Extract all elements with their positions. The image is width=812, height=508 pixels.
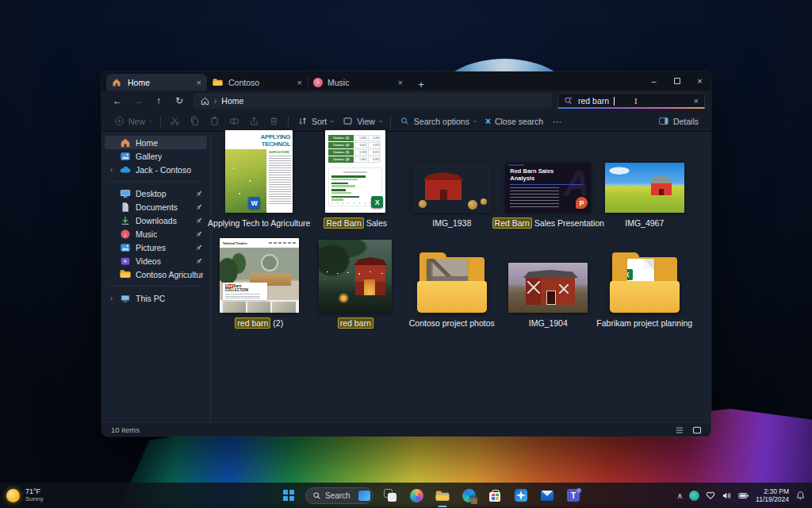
home-icon xyxy=(120,137,131,148)
tab-contoso[interactable]: Contoso × xyxy=(207,74,308,90)
sidebar-item-videos[interactable]: Videos xyxy=(105,254,207,267)
details-pane-icon xyxy=(658,116,669,126)
large-icons-view-toggle-icon[interactable] xyxy=(692,425,702,435)
volume-icon[interactable] xyxy=(722,491,732,501)
copilot-icon xyxy=(410,489,423,502)
sidebar-item-home[interactable]: Home xyxy=(105,136,207,149)
details-pane-button[interactable]: Details xyxy=(653,113,703,130)
folder-contoso-project-photos[interactable]: Contoso project photos xyxy=(404,238,500,329)
sidebar-item-gallery[interactable]: Gallery xyxy=(105,149,207,163)
taskbar-search[interactable]: Search xyxy=(305,487,373,504)
copy-button[interactable] xyxy=(185,113,205,130)
outlook-button[interactable] xyxy=(538,486,557,505)
file-img-1938[interactable]: IMG_1938 xyxy=(404,130,500,229)
file-explorer-button[interactable] xyxy=(433,486,452,505)
share-button[interactable] xyxy=(244,113,264,130)
sidebar-item-music[interactable]: ♪ Music xyxy=(105,227,207,241)
sidebar-item-downloads[interactable]: Downloads xyxy=(105,214,207,227)
sidebar-item-this-pc[interactable]: › This PC xyxy=(105,291,207,305)
maximize-button[interactable] xyxy=(665,71,688,90)
sort-button[interactable]: Sort› xyxy=(293,113,338,130)
tray-chevron-icon[interactable]: ∧ xyxy=(677,491,683,500)
copilot-button[interactable] xyxy=(407,486,426,505)
list-view-toggle-icon[interactable] xyxy=(675,425,684,435)
red-barn xyxy=(651,183,672,195)
sidebar-item-onedrive[interactable]: › Jack - Contoso xyxy=(105,163,207,176)
notification-bell-icon[interactable] xyxy=(795,491,806,501)
microsoft-365-copilot-button[interactable] xyxy=(511,486,530,505)
up-button[interactable]: ↑ xyxy=(149,95,168,106)
teams-button[interactable]: T xyxy=(564,486,583,505)
sidebar-item-contoso-agriculture-project[interactable]: Contoso Agriculture Project xyxy=(105,267,207,281)
search-options-button[interactable]: Search options› xyxy=(395,113,481,130)
tab-close-icon[interactable]: × xyxy=(398,78,403,87)
battery-icon[interactable] xyxy=(738,491,749,500)
search-input[interactable]: red barn × I xyxy=(557,93,705,109)
forward-button[interactable]: → xyxy=(128,95,147,106)
rename-button[interactable] xyxy=(224,113,244,130)
new-button[interactable]: New› xyxy=(109,113,156,130)
plus-circle-icon xyxy=(114,116,124,126)
close-button[interactable]: × xyxy=(688,71,711,90)
start-button[interactable] xyxy=(279,486,298,505)
file-red-barn-sales-presentation[interactable]: A Red Barn Sales Analysis P Red Barn Sal… xyxy=(500,130,597,229)
sun-icon xyxy=(6,489,20,502)
clear-search-icon[interactable]: × xyxy=(694,96,699,106)
breadcrumb-location[interactable]: Home xyxy=(221,96,243,106)
breadcrumb[interactable]: › Home xyxy=(193,93,552,109)
close-search-button[interactable]: × Close search xyxy=(481,113,548,130)
webpage-screenshot-thumbnail: Tailwind Traders RedBarn COLLECTION xyxy=(220,238,299,313)
sidebar-item-desktop[interactable]: Desktop xyxy=(105,187,207,200)
minimize-button[interactable]: – xyxy=(642,71,665,90)
delete-button[interactable] xyxy=(264,113,284,130)
file-img-4967[interactable]: IMG_4967 xyxy=(596,130,693,229)
file-red-barn-sales[interactable]: Contoso - Q15,5565,409 Contoso - Q23,011… xyxy=(308,130,404,229)
outlook-icon xyxy=(541,491,553,501)
search-icon xyxy=(312,491,321,500)
file-applying-tech-to-agriculture[interactable]: APPLYINGTECHNOL AGRICULTURE W Applying T… xyxy=(211,130,308,229)
sidebar-item-pictures[interactable]: Pictures xyxy=(105,241,207,254)
command-toolbar: New› Sort› View› Search options› xyxy=(102,111,711,132)
date: 11/19/2024 xyxy=(756,495,789,503)
refresh-button[interactable]: ↻ xyxy=(170,95,189,106)
window-controls: – × xyxy=(642,71,711,90)
weather-widget[interactable]: 71°F Sunny xyxy=(6,487,44,503)
file-red-barn[interactable]: red barn xyxy=(308,238,404,329)
tab-close-icon[interactable]: × xyxy=(197,78,201,87)
health-icon[interactable] xyxy=(706,491,715,500)
close-search-x-icon: × xyxy=(485,116,491,127)
new-tab-button[interactable]: + xyxy=(412,79,431,90)
share-icon xyxy=(249,116,259,126)
microsoft-store-button[interactable] xyxy=(485,486,504,505)
documents-icon xyxy=(120,202,131,213)
tab-home[interactable]: Home × xyxy=(106,74,207,90)
cut-button[interactable] xyxy=(165,113,185,130)
file-red-barn-2[interactable]: Tailwind Traders RedBarn COLLECTION xyxy=(211,238,308,329)
file-name: (2) xyxy=(270,318,283,328)
folder-icon xyxy=(213,78,224,87)
view-button[interactable]: View› xyxy=(338,113,386,130)
file-explorer-icon xyxy=(435,490,450,502)
pin-icon xyxy=(195,257,203,265)
expand-chevron-icon[interactable]: › xyxy=(108,166,115,174)
task-view-button[interactable] xyxy=(381,486,400,505)
pin-icon xyxy=(195,217,203,225)
back-button[interactable]: ← xyxy=(108,95,127,106)
expand-chevron-icon[interactable]: › xyxy=(108,294,115,302)
more-options-button[interactable]: ⋯ xyxy=(548,113,566,130)
time: 2:30 PM xyxy=(756,487,789,495)
file-name: Applying Tech to Agriculture xyxy=(208,218,310,228)
file-name: Contoso project photos xyxy=(409,318,495,328)
tray-app-icon[interactable] xyxy=(689,491,699,501)
file-name: Sales Presentation xyxy=(532,218,604,228)
file-name: IMG_1904 xyxy=(529,318,568,328)
sidebar-item-documents[interactable]: Documents xyxy=(105,200,207,214)
tab-close-icon[interactable]: × xyxy=(297,78,302,87)
paste-button[interactable] xyxy=(205,113,224,130)
edge-button[interactable] xyxy=(459,486,478,505)
folder-fabrikam-project-planning[interactable]: X Fabrikam project planning xyxy=(596,238,693,329)
file-img-1904[interactable]: IMG_1904 xyxy=(500,238,597,329)
clock[interactable]: 2:30 PM 11/19/2024 xyxy=(756,487,789,503)
taskbar: 71°F Sunny Search T ∧ 2:30 xyxy=(0,483,812,508)
tab-music[interactable]: ♪ Music × xyxy=(308,74,408,90)
